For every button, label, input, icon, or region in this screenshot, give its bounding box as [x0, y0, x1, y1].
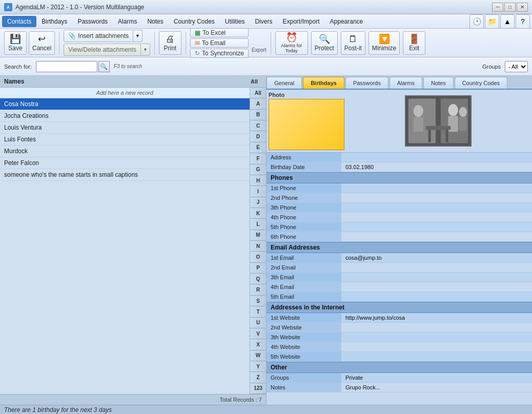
tab-passwords[interactable]: Passwords	[345, 77, 388, 89]
alpha-z[interactable]: Z	[250, 372, 266, 383]
alpha-h[interactable]: H	[250, 175, 266, 186]
alpha-p[interactable]: P	[250, 263, 266, 274]
contact-item[interactable]: Jocha Creations	[0, 110, 250, 122]
menu-passwords[interactable]: Passwords	[72, 16, 113, 27]
tab-general[interactable]: General	[267, 77, 302, 89]
alpha-b[interactable]: B	[250, 110, 266, 120]
print-button[interactable]: 🖨 Print	[159, 31, 181, 55]
birthday-value[interactable]: 03.02.1980	[341, 162, 532, 172]
minimize-window-btn[interactable]: ─	[492, 3, 503, 12]
website-4-value[interactable]	[341, 342, 532, 351]
phone-3-value[interactable]	[341, 203, 532, 212]
contact-item[interactable]: Louis Ventura	[0, 122, 250, 134]
to-excel-btn[interactable]: ▦ To Excel	[190, 28, 249, 37]
alpha-v[interactable]: V	[250, 328, 266, 339]
history-btn[interactable]: 🕐	[469, 14, 484, 29]
alpha-o[interactable]: O	[250, 252, 266, 262]
view-delete-dropdown[interactable]: ▼	[141, 44, 150, 56]
alpha-123[interactable]: 123	[250, 383, 266, 394]
alpha-m[interactable]: M	[250, 230, 266, 241]
alpha-a[interactable]: A	[250, 98, 266, 109]
alpha-r[interactable]: R	[250, 284, 266, 295]
insert-attachments-btn[interactable]: 📎 Insert attachments	[64, 30, 133, 42]
contact-item[interactable]: Luis Fontes	[0, 134, 250, 146]
menu-notes[interactable]: Notes	[142, 16, 168, 27]
contact-item[interactable]: Murdock	[0, 146, 250, 157]
phone-4-value[interactable]	[341, 213, 532, 222]
to-synchronize-btn[interactable]: ↻ To Synchronize	[190, 49, 249, 58]
alpha-e[interactable]: E	[250, 142, 266, 153]
alpha-n[interactable]: N	[250, 241, 266, 252]
folder-btn[interactable]: 📁	[485, 14, 499, 29]
alpha-all[interactable]: All	[250, 88, 266, 98]
email-3-value[interactable]	[341, 273, 532, 282]
add-record-prompt[interactable]: Add here a new record	[0, 88, 250, 98]
tab-alarms[interactable]: Alarms	[390, 77, 422, 89]
help-btn[interactable]: ?	[516, 14, 530, 29]
website-3-value[interactable]	[341, 333, 532, 342]
website-5-value[interactable]	[341, 352, 532, 361]
postit-button[interactable]: 🗒 Post-it	[341, 31, 365, 55]
alpha-s[interactable]: S	[250, 296, 266, 306]
other-groups-value[interactable]: Private	[341, 373, 532, 382]
menu-divers[interactable]: Divers	[250, 16, 278, 27]
phone-5-value[interactable]	[341, 222, 532, 232]
menu-alarms[interactable]: Alarms	[113, 16, 142, 27]
photo-box[interactable]	[269, 99, 344, 150]
phone-6-value[interactable]	[341, 232, 532, 241]
phone-1-row: 1st Phone	[267, 183, 532, 193]
alpha-l[interactable]: L	[250, 219, 266, 230]
view-delete-attachments-btn[interactable]: View/Delete attachments	[64, 44, 141, 56]
alpha-k[interactable]: K	[250, 208, 266, 219]
alpha-y[interactable]: Y	[250, 361, 266, 372]
contact-item[interactable]: Peter Falcon	[0, 157, 250, 169]
alpha-u[interactable]: U	[250, 318, 266, 328]
alpha-c[interactable]: C	[250, 120, 266, 131]
email-1-value[interactable]: cosa@jump.to	[341, 253, 532, 262]
email-5-value[interactable]	[341, 292, 532, 301]
menu-bar: Contacts Birthdays Passwords Alarms Note…	[0, 14, 532, 29]
menu-birthdays[interactable]: Birthdays	[36, 16, 72, 27]
alpha-g[interactable]: G	[250, 164, 266, 175]
contact-item[interactable]: someone who's the name starts in small c…	[0, 169, 250, 181]
cancel-button[interactable]: ↩ Cancel	[29, 31, 55, 55]
email-4-value[interactable]	[341, 282, 532, 292]
alpha-t[interactable]: T	[250, 306, 266, 317]
alpha-d[interactable]: D	[250, 131, 266, 142]
menu-export-import[interactable]: Export/Import	[278, 16, 325, 27]
search-button[interactable]: 🔍	[98, 61, 110, 72]
exit-button[interactable]: 🚪 Exit	[403, 31, 425, 55]
alpha-w[interactable]: W	[250, 350, 266, 361]
menu-contacts[interactable]: Contacts	[2, 16, 36, 27]
tab-country-codes[interactable]: Country Codes	[455, 77, 507, 89]
menu-country-codes[interactable]: Country Codes	[169, 16, 220, 27]
tab-birthdays[interactable]: Birthdays	[303, 77, 344, 89]
phone-1-value[interactable]	[341, 183, 532, 193]
tab-notes[interactable]: Notes	[423, 77, 454, 89]
search-input[interactable]	[36, 61, 97, 72]
up-btn[interactable]: ▲	[500, 14, 515, 29]
insert-attachments-dropdown[interactable]: ▼	[133, 30, 142, 42]
alpha-j[interactable]: J	[250, 197, 266, 208]
website-1-value[interactable]: http://www.jump.to/cosa	[341, 313, 532, 322]
alarms-today-button[interactable]: ⏰ Alarms for Today	[275, 31, 308, 55]
phone-2-value[interactable]	[341, 193, 532, 202]
contact-item[interactable]: Cosa Nostra	[0, 98, 250, 110]
menu-utilities[interactable]: Utilities	[220, 16, 250, 27]
close-window-btn[interactable]: ✕	[517, 3, 528, 12]
save-button[interactable]: 💾 Save	[4, 31, 27, 55]
groups-select[interactable]: - All	[505, 61, 528, 72]
minimize-button[interactable]: 🔽 Minimize	[369, 31, 400, 55]
protect-button[interactable]: 🔍 Protect	[311, 31, 338, 55]
other-notes-value[interactable]: Grupo Rock...	[341, 383, 532, 392]
alpha-i[interactable]: I	[250, 186, 266, 197]
menu-appearance[interactable]: Appearance	[325, 16, 369, 27]
website-2-value[interactable]	[341, 323, 532, 332]
address-value[interactable]	[341, 153, 532, 162]
to-email-btn[interactable]: ✉ To Email	[190, 38, 249, 48]
alpha-q[interactable]: Q	[250, 274, 266, 284]
maximize-window-btn[interactable]: □	[504, 3, 516, 12]
alpha-x[interactable]: X	[250, 339, 266, 350]
email-2-value[interactable]	[341, 263, 532, 272]
alpha-f[interactable]: F	[250, 153, 266, 164]
